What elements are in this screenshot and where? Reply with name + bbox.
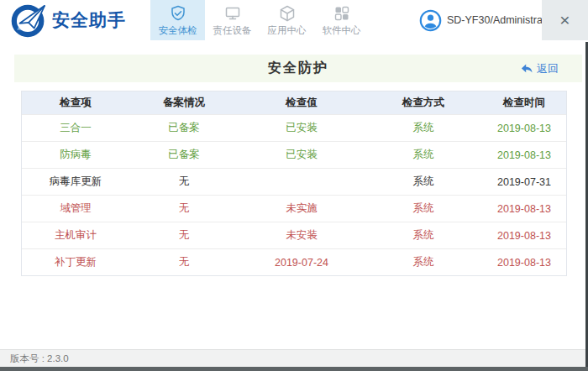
table-row: 防病毒 已备案 已安装 系统 2019-08-13 <box>22 141 566 168</box>
table-cell: 未实施 <box>239 196 365 222</box>
table-row: 补丁更新 无 2019-07-24 系统 2019-08-13 <box>22 248 566 275</box>
table-row: 主机审计 无 未安装 系统 2019-08-13 <box>22 222 566 248</box>
close-button[interactable]: × <box>542 0 588 40</box>
check-table: 检查项 备案情况 检查值 检查方式 检查时间 三合一 已备案 已安装 系统 20… <box>21 91 567 276</box>
shield-check-icon <box>169 4 187 23</box>
tab-label: 软件中心 <box>323 24 361 37</box>
table-cell: 系统 <box>365 196 482 222</box>
app-header: AVIC 安全助手 安全体检 责任设备 <box>0 0 588 40</box>
table-cell: 无 <box>129 249 239 275</box>
app-title: 安全助手 <box>52 8 126 32</box>
tab-responsible-device[interactable]: 责任设备 <box>205 0 260 40</box>
table-row: 三合一 已备案 已安装 系统 2019-08-13 <box>22 114 566 141</box>
table-cell: 2019-08-13 <box>482 196 566 222</box>
column-header: 检查方式 <box>365 91 482 114</box>
table-cell: 2019-07-24 <box>239 249 365 275</box>
table-cell: 已安装 <box>239 115 365 141</box>
monitor-icon <box>223 4 242 23</box>
tab-app-center[interactable]: 应用中心 <box>260 0 314 40</box>
app-logo: AVIC 安全助手 <box>11 3 126 38</box>
column-header: 备案情况 <box>129 91 239 114</box>
column-header: 检查值 <box>239 91 365 114</box>
table-cell: 2019-08-13 <box>482 249 566 275</box>
table-header-row: 检查项 备案情况 检查值 检查方式 检查时间 <box>22 91 566 114</box>
column-header: 检查项 <box>22 91 129 114</box>
table-cell: 防病毒 <box>22 142 129 168</box>
close-icon: × <box>559 10 570 30</box>
table-cell: 系统 <box>365 249 482 275</box>
tab-software-center[interactable]: 软件中心 <box>314 0 369 40</box>
window-bottom-edge <box>0 367 588 371</box>
table-cell: 无 <box>129 196 239 222</box>
back-label: 返回 <box>537 61 559 76</box>
user-account[interactable]: SD-YF30/Administrator <box>419 0 555 40</box>
table-cell: 已备案 <box>129 142 239 168</box>
table-cell: 2019-07-31 <box>482 169 566 195</box>
tab-label: 责任设备 <box>213 24 252 37</box>
table-cell: 病毒库更新 <box>22 169 129 195</box>
user-avatar-icon <box>419 9 442 32</box>
avic-logo-icon: AVIC <box>11 3 46 38</box>
table-cell: 未安装 <box>239 222 365 248</box>
table-cell: 系统 <box>365 169 482 195</box>
table-cell: 已安装 <box>239 142 365 168</box>
cube-icon <box>278 4 297 23</box>
table-row: 域管理 无 未实施 系统 2019-08-13 <box>22 195 566 222</box>
back-arrow-icon <box>521 63 533 75</box>
app-footer: 版本号 : 2.3.0 <box>0 349 585 367</box>
version-label: 版本号 : 2.3.0 <box>10 353 69 365</box>
page-title-bar: 安全防护 返回 <box>14 55 582 82</box>
table-cell: 已备案 <box>129 115 239 141</box>
table-cell: 系统 <box>365 115 482 141</box>
tab-security-check[interactable]: 安全体检 <box>150 0 205 40</box>
table-cell: 2019-08-13 <box>482 142 566 168</box>
table-cell: 系统 <box>365 222 482 248</box>
table-cell: 系统 <box>365 142 482 168</box>
table-cell <box>239 169 365 195</box>
avic-logo-text: AVIC <box>18 27 27 31</box>
user-name: SD-YF30/Administrator <box>447 14 555 26</box>
table-cell: 无 <box>129 169 239 195</box>
back-button[interactable]: 返回 <box>521 55 559 82</box>
tab-label: 应用中心 <box>268 24 307 37</box>
table-cell: 域管理 <box>22 196 129 222</box>
table-cell: 三合一 <box>22 115 129 141</box>
tab-label: 安全体检 <box>159 24 197 37</box>
table-cell: 无 <box>129 222 239 248</box>
column-header: 检查时间 <box>482 91 566 114</box>
app-grid-icon <box>333 4 351 23</box>
table-cell: 补丁更新 <box>22 249 129 275</box>
table-cell: 2019-08-13 <box>482 222 566 248</box>
main-nav: 安全体检 责任设备 应用中心 <box>150 0 369 40</box>
table-cell: 主机审计 <box>22 222 129 248</box>
page-title: 安全防护 <box>268 60 328 77</box>
table-cell: 2019-08-13 <box>482 115 566 141</box>
table-row: 病毒库更新 无 系统 2019-07-31 <box>22 168 566 195</box>
